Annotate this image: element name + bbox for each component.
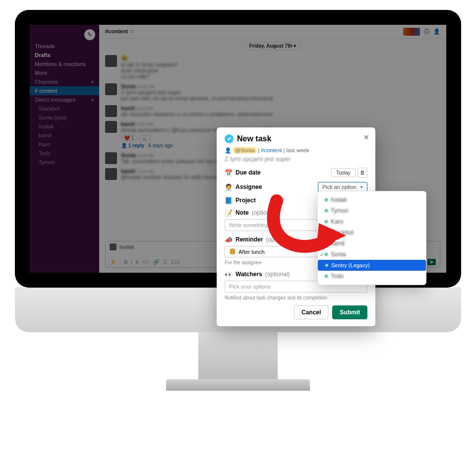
send-icon[interactable]: ➤ [427,259,436,265]
assignee-option[interactable]: Sentry (Legacy) [318,260,426,271]
imac-stand [198,332,278,379]
reminder-label: Reminder [236,236,263,243]
due-date-value[interactable]: Today [331,168,356,177]
sidebar-dm[interactable]: Tymon [30,158,99,167]
avatar[interactable] [105,105,117,117]
numbered-list-icon[interactable]: 123 [171,259,179,265]
avatar [110,243,117,250]
bold-icon[interactable]: B [124,259,128,265]
avatar[interactable] [105,152,117,164]
member-avatars[interactable] [403,28,420,36]
link-icon[interactable]: 🔗 [153,259,160,265]
date-picker-button[interactable]: 🗓 [357,168,367,178]
cancel-button[interactable]: Cancel [294,305,328,319]
avatar[interactable] [105,168,117,180]
calendar-icon: 📅 [225,169,233,177]
due-date-label: Due date [236,169,261,176]
attach-icon[interactable]: ⚡ [110,259,117,265]
workspace-sidebar: ✎ Threads Drafts Mentions & reactions Mo… [30,25,99,273]
channel-name[interactable]: #content [105,28,128,34]
sidebar-item-mentions[interactable]: Mentions & reactions [30,60,99,68]
list-icon[interactable]: ☰ [163,259,168,265]
strike-icon[interactable]: S̶ [135,259,139,265]
assignee-label: Assignee [236,183,262,190]
project-label: Project [236,197,256,204]
add-reaction[interactable]: ☺︎ [139,135,150,141]
sidebar-dm[interactable]: kamil [30,131,99,140]
sidebar-dm[interactable]: Karo [30,140,99,149]
task-source: 👤 @Sonia | #content | last week [225,147,367,154]
assignee-option[interactable]: hodak [318,194,426,205]
assignee-option[interactable]: Slackbot [318,227,426,238]
italic-icon[interactable]: I [131,259,132,265]
code-icon[interactable]: </> [142,259,150,265]
add-dm-icon[interactable]: + [91,97,94,103]
sidebar-channels-header[interactable]: Channels+ [30,77,99,86]
modal-title: ✔︎ New task [225,134,367,143]
submit-button[interactable]: Submit [332,305,367,319]
sidebar-channel-content[interactable]: # content [30,86,99,95]
sidebar-dm[interactable]: Slackbot [30,104,99,113]
message: kamil8:04 PM ale wszystko wiadomo o co c… [105,105,440,117]
note-icon: 📝 [225,209,233,217]
channel-header: #content ☆ ⓘ 👤 [99,25,446,39]
assignee-icon: 🧑‍💼 [225,183,233,191]
note-label: Note [236,209,249,216]
watchers-icon: 👀 [225,270,233,278]
sidebar-item-drafts[interactable]: Drafts [30,51,99,60]
reminder-icon: 📣 [225,236,233,243]
sidebar-dm[interactable]: Sonia (you) [30,113,99,122]
date-divider[interactable]: Friday, August 7th ▾ [244,42,302,50]
chevron-down-icon: ▾ [360,184,363,189]
watchers-label: Watchers [236,271,262,278]
chevron-down-icon: ▾ [294,43,296,49]
watchers-hint: Notified about task changes and its comp… [225,295,367,300]
message: Sonia6:56 PM Z tymi opcjami jest super j… [105,83,440,101]
avatar[interactable] [105,83,117,95]
sidebar-dm[interactable]: hodak [30,122,99,131]
channel-info-icon[interactable]: ⓘ [424,28,429,35]
compose-button[interactable]: ✎ [84,29,95,40]
app-icon: ✔︎ [225,134,234,143]
imac-foot [166,379,310,391]
assignee-option[interactable]: kamil [318,238,426,249]
assignee-option[interactable]: Karo [318,216,426,227]
add-channel-icon[interactable]: + [91,79,94,85]
sidebar-dm-header[interactable]: Direct messages+ [30,95,99,104]
star-icon[interactable]: ☆ [129,28,134,34]
assignee-dropdown: hodakTymonKaroSlackbotkamilSoniaSentry (… [317,191,426,285]
assignee-option[interactable]: Tymon [318,205,426,216]
project-icon: 📘 [225,196,233,204]
sidebar-item-more[interactable]: More [30,68,99,77]
reaction[interactable]: ❤️ 1 [121,135,137,141]
close-icon[interactable]: ✕ [363,133,369,141]
sidebar-item-threads[interactable]: Threads [30,42,99,51]
task-summary: Z tymi opcjami jest super [225,156,367,163]
sidebar-dm[interactable]: Todo [30,149,99,158]
add-people-icon[interactable]: 👤 [433,28,440,35]
assignee-option[interactable]: Todo [318,271,426,282]
assignee-select[interactable]: Pick an option▾ [318,182,367,192]
avatar[interactable] [105,55,117,67]
assignee-option[interactable]: Sonia [318,249,426,260]
avatar[interactable] [105,121,117,133]
message: 😄 to jak to teraz wygląda? dość intuicyj… [105,55,440,79]
